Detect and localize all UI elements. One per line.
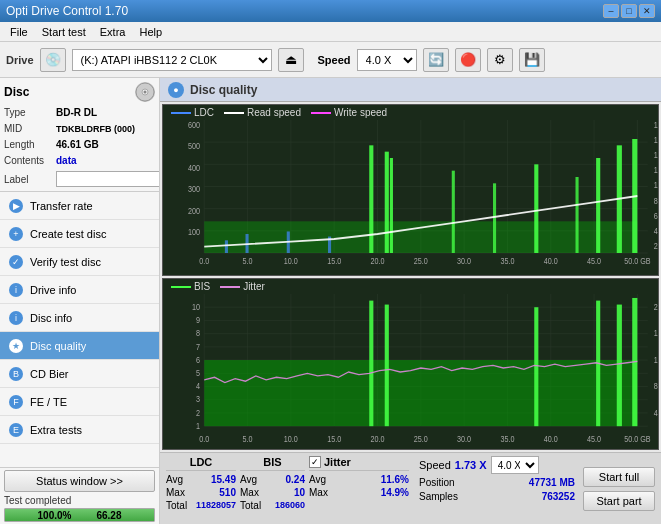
bis-total-value: 186060 [275,500,305,511]
type-label: Type [4,106,56,120]
svg-text:35.0: 35.0 [500,433,514,444]
stats-bar: LDC Avg 15.49 Max 510 Total 11828057 [160,452,661,524]
svg-text:6: 6 [196,354,200,365]
svg-text:14X: 14X [654,150,658,160]
ldc-header: LDC [166,456,236,471]
svg-rect-52 [369,145,373,253]
svg-rect-58 [576,177,579,253]
svg-rect-55 [452,171,455,253]
status-window-button[interactable]: Status window >> [4,470,155,492]
svg-text:400: 400 [188,163,200,173]
speed-stat-label: Speed [419,459,451,471]
window-controls: – □ ✕ [603,4,655,18]
progress-label: 100.0% 66.28 [5,509,154,521]
svg-text:25.0: 25.0 [414,257,428,267]
max-label-jitter: Max [309,487,328,498]
progress-bar: 100.0% 66.28 [4,508,155,522]
create-test-icon: + [9,227,23,241]
transfer-rate-icon: ▶ [9,199,23,213]
svg-text:6X: 6X [654,211,658,221]
avg-label-ldc: Avg [166,474,183,485]
create-test-label: Create test disc [30,228,106,240]
svg-text:2: 2 [196,407,200,418]
sidebar-item-disc-info[interactable]: i Disc info [0,304,159,332]
close-button[interactable]: ✕ [639,4,655,18]
svg-text:8: 8 [196,327,200,338]
sidebar-item-create-test-disc[interactable]: + Create test disc [0,220,159,248]
sidebar-item-cd-bier[interactable]: B CD Bier [0,360,159,388]
disc-icon [135,82,155,102]
svg-text:40.0: 40.0 [544,257,558,267]
svg-text:5.0: 5.0 [243,257,253,267]
length-label: Length [4,138,56,152]
svg-text:300: 300 [188,185,200,195]
jitter-header: Jitter [324,456,351,468]
svg-rect-59 [596,158,600,253]
burn-button[interactable]: 🔴 [455,48,481,72]
fe-te-label: FE / TE [30,396,67,408]
avg-label-bis: Avg [240,474,257,485]
bottom-chart-legend: BIS Jitter [163,279,658,294]
label-input[interactable] [56,171,160,187]
sidebar-item-disc-quality[interactable]: ★ Disc quality [0,332,159,360]
right-panel: ● Disc quality LDC Read speed [160,78,661,524]
svg-rect-113 [534,307,538,426]
drive-label: Drive [6,54,34,66]
drive-icon-btn[interactable]: 💿 [40,48,66,72]
svg-text:7: 7 [196,341,200,352]
position-value: 47731 MB [529,477,575,488]
menu-start-test[interactable]: Start test [36,24,92,40]
svg-text:16X: 16X [654,135,658,145]
svg-text:45.0: 45.0 [587,257,601,267]
max-label-bis: Max [240,487,259,498]
jitter-checkbox[interactable]: ✓ [309,456,321,468]
svg-text:30.0: 30.0 [457,433,471,444]
svg-text:200: 200 [188,206,200,216]
speed-select[interactable]: 4.0 X [357,49,417,71]
cd-bier-icon: B [9,367,23,381]
minimize-button[interactable]: – [603,4,619,18]
start-part-button[interactable]: Start part [583,491,655,511]
svg-rect-54 [390,158,393,253]
svg-text:40.0: 40.0 [544,433,558,444]
top-chart-svg: 600 500 400 300 200 100 18X 16X 14X 12X … [163,120,658,272]
extra-tests-label: Extra tests [30,424,82,436]
svg-rect-57 [534,164,538,253]
jitter-avg-value: 11.6% [381,474,409,485]
svg-rect-47 [204,221,637,253]
svg-text:15.0: 15.0 [327,433,341,444]
samples-label: Samples [419,491,458,502]
svg-text:20.0: 20.0 [370,257,384,267]
svg-text:50.0 GB: 50.0 GB [624,257,650,267]
writespeed-legend-label: Write speed [334,107,387,118]
menu-help[interactable]: Help [133,24,168,40]
bottom-chart-svg: 10 9 8 7 6 5 4 3 2 1 20% 16% 12% [163,294,658,446]
save-button[interactable]: 💾 [519,48,545,72]
refresh-button[interactable]: 🔄 [423,48,449,72]
settings-button[interactable]: ⚙ [487,48,513,72]
verify-test-icon: ✓ [9,255,23,269]
svg-text:10: 10 [192,301,200,312]
svg-text:15.0: 15.0 [327,257,341,267]
svg-text:2X: 2X [654,242,658,252]
svg-text:16%: 16% [654,327,658,338]
readspeed-legend-color [224,112,244,114]
disc-quality-label: Disc quality [30,340,86,352]
title-bar: Opti Drive Control 1.70 – □ ✕ [0,0,661,22]
drive-select[interactable]: (K:) ATAPI iHBS112 2 CL0K [72,49,272,71]
sidebar-item-transfer-rate[interactable]: ▶ Transfer rate [0,192,159,220]
sidebar-item-verify-test-disc[interactable]: ✓ Verify test disc [0,248,159,276]
menu-file[interactable]: File [4,24,34,40]
app-title: Opti Drive Control 1.70 [6,4,128,18]
start-full-button[interactable]: Start full [583,467,655,487]
maximize-button[interactable]: □ [621,4,637,18]
sidebar-item-extra-tests[interactable]: E Extra tests [0,416,159,444]
menu-extra[interactable]: Extra [94,24,132,40]
svg-text:4: 4 [196,380,200,391]
svg-rect-56 [493,183,496,253]
svg-text:45.0: 45.0 [587,433,601,444]
sidebar-item-fe-te[interactable]: F FE / TE [0,388,159,416]
eject-button[interactable]: ⏏ [278,48,304,72]
speed-combo[interactable]: 4.0 X [491,456,539,474]
sidebar-item-drive-info[interactable]: i Drive info [0,276,159,304]
